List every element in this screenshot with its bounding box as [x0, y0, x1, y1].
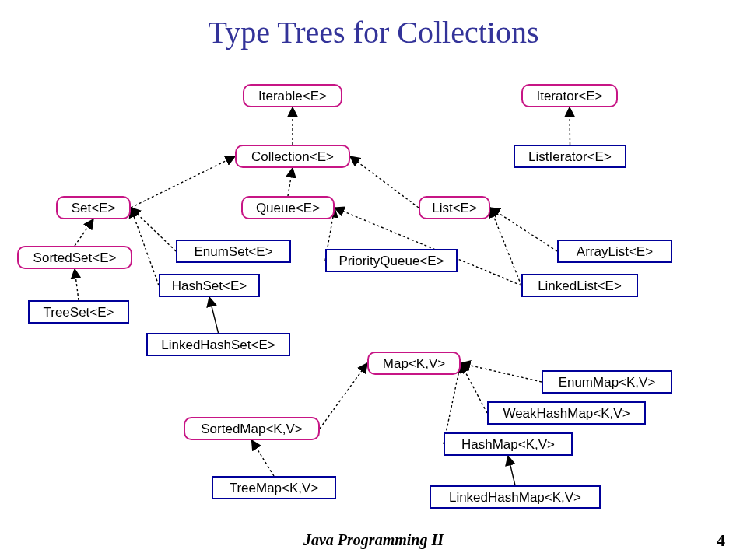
node-priorityqueue: PriorityQueue<E>: [325, 249, 458, 272]
node-collection: Collection<E>: [235, 145, 350, 168]
node-treemap: TreeMap<K,V>: [212, 476, 336, 499]
edge-set-to-collection: [131, 156, 235, 208]
edge-enummap-to-map: [461, 363, 542, 382]
edge-arraylist-to-list: [490, 208, 557, 251]
edge-linkedhashmap-to-hashmap: [508, 456, 515, 485]
node-enummap: EnumMap<K,V>: [542, 370, 672, 394]
node-hashset: HashSet<E>: [159, 274, 260, 297]
edge-listiterator-to-iterator: [570, 107, 570, 145]
node-iterable: Iterable<E>: [243, 84, 342, 107]
edge-treemap-to-sortedmap: [252, 440, 275, 476]
node-listiterator: ListIerator<E>: [514, 145, 626, 168]
node-sortedmap: SortedMap<K,V>: [184, 417, 320, 440]
node-map: Map<K,V>: [367, 352, 461, 375]
node-set: Set<E>: [56, 196, 131, 219]
edge-linkedlist-to-list: [490, 208, 521, 285]
node-iterator: Iterator<E>: [521, 84, 618, 107]
edge-linkedlist-to-queue: [335, 208, 521, 285]
edge-hashset-to-set: [131, 208, 159, 285]
edge-list-to-collection: [350, 156, 419, 208]
node-weakhashmap: WeakHashMap<K,V>: [487, 401, 646, 425]
node-sortedset: SortedSet<E>: [17, 246, 132, 269]
edge-queue-to-collection: [288, 168, 293, 196]
node-linkedhashset: LinkedHashSet<E>: [146, 333, 290, 356]
edge-sortedset-to-set: [75, 219, 93, 246]
node-arraylist: ArrayList<E>: [557, 240, 672, 263]
node-hashmap: HashMap<K,V>: [444, 432, 573, 456]
edge-sortedmap-to-map: [320, 363, 367, 429]
node-enumset: EnumSet<E>: [176, 240, 291, 263]
edge-linkedhashset-to-hashset: [209, 297, 219, 333]
edge-enumset-to-set: [131, 208, 176, 251]
node-queue: Queue<E>: [241, 196, 335, 219]
edge-treeset-to-sortedset: [75, 269, 79, 300]
node-list: List<E>: [419, 196, 490, 219]
node-treeset: TreeSet<E>: [28, 300, 129, 324]
node-linkedlist: LinkedList<E>: [521, 274, 638, 297]
node-linkedhashmap: LinkedHashMap<K,V>: [430, 485, 601, 509]
edge-weakhashmap-to-map: [461, 363, 487, 413]
